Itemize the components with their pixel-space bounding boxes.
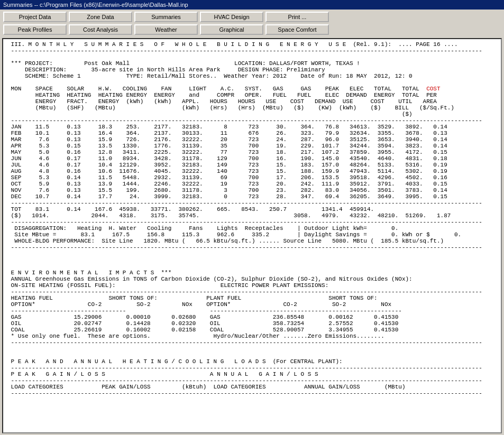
weather-button[interactable]: Weather bbox=[134, 24, 198, 35]
space-comfort-button[interactable]: Space Comfort bbox=[265, 24, 329, 35]
zone-data-button[interactable]: Zone Data bbox=[69, 12, 132, 22]
graphical-button[interactable]: Graphical bbox=[200, 24, 263, 35]
content-text: III. M O N T H L Y S U M M A R I E S O F… bbox=[7, 41, 482, 396]
summaries-button[interactable]: Summaries bbox=[134, 12, 198, 22]
print-button[interactable]: Print ... bbox=[265, 12, 329, 22]
toolbar-row2: Peak Profiles Cost Analysis Weather Grap… bbox=[0, 23, 504, 37]
hvac-design-button[interactable]: HVAC Design bbox=[200, 12, 263, 22]
title-text: Summaries -- c:\Program Files (x86)\Ener… bbox=[3, 2, 188, 8]
title-bar: Summaries -- c:\Program Files (x86)\Ener… bbox=[0, 0, 504, 10]
project-data-button[interactable]: Project Data bbox=[3, 12, 67, 22]
toolbar-row1: Project Data Zone Data Summaries HVAC De… bbox=[0, 10, 504, 23]
peak-profiles-button[interactable]: Peak Profiles bbox=[3, 24, 67, 35]
content-area[interactable]: III. M O N T H L Y S U M M A R I E S O F… bbox=[2, 38, 502, 433]
cost-analysis-button[interactable]: Cost Analysis bbox=[69, 24, 132, 35]
